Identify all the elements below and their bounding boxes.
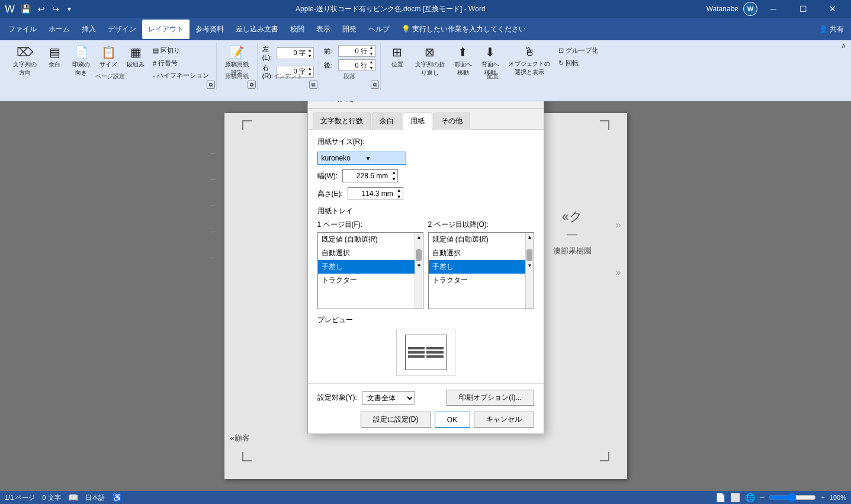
tray-col1-scroll-down[interactable]: ▼ bbox=[415, 261, 423, 269]
ribbon-btn-position[interactable]: ⊞ 位置 bbox=[386, 43, 409, 71]
web-layout-icon[interactable]: 🌐 bbox=[745, 493, 755, 502]
spell-check-icon[interactable]: 📖 bbox=[68, 493, 78, 502]
user-avatar[interactable]: W bbox=[743, 2, 757, 16]
width-down-arrow[interactable]: ▼ bbox=[390, 176, 397, 182]
menu-layout[interactable]: レイアウト bbox=[142, 20, 190, 39]
tray-col2-item-0[interactable]: 既定値 (自動選択) bbox=[429, 233, 534, 246]
dialog-close-btn[interactable]: ✕ bbox=[529, 101, 537, 104]
menu-view[interactable]: 表示 bbox=[310, 20, 336, 39]
read-mode-icon[interactable]: 📄 bbox=[715, 493, 725, 502]
ribbon-btn-columns[interactable]: ▦ 段組み bbox=[123, 43, 148, 71]
ribbon-expand-manuscript[interactable]: ⧉ bbox=[248, 81, 256, 89]
menu-search[interactable]: 💡 実行したい作業を入力してください bbox=[396, 20, 532, 39]
width-spinbox[interactable]: ▲ ▼ bbox=[342, 169, 398, 182]
menu-home[interactable]: ホーム bbox=[43, 20, 76, 39]
ribbon-btn-breaks[interactable]: ▤ 区切り bbox=[150, 45, 211, 56]
apply-btn[interactable]: 設定に設定(D) bbox=[361, 412, 431, 428]
tray-col1-item-0[interactable]: 既定値 (自動選択) bbox=[318, 233, 423, 246]
tray-col1-scroll-thumb[interactable] bbox=[416, 249, 422, 261]
close-btn[interactable]: ✕ bbox=[819, 0, 846, 18]
ribbon-btn-wrap-text[interactable]: ⊠ 文字列の折 り返し bbox=[412, 43, 448, 79]
ribbon-collapse-btn[interactable]: ∧ bbox=[841, 41, 846, 50]
print-layout-icon[interactable]: ⬜ bbox=[730, 493, 740, 502]
restore-btn[interactable]: ☐ bbox=[789, 0, 817, 18]
spacing-before-down-arrow[interactable]: ▼ bbox=[368, 51, 375, 57]
menu-help[interactable]: ヘルプ bbox=[362, 20, 396, 39]
ribbon-btn-group[interactable]: ⊡ グループ化 bbox=[556, 45, 600, 56]
ribbon-expand-indent[interactable]: ⧉ bbox=[309, 81, 317, 89]
ribbon-btn-bring-forward[interactable]: ⬆ 前面へ 移動 bbox=[451, 43, 476, 79]
setting-target-select-input[interactable]: 文書全体 bbox=[362, 393, 415, 403]
tray-col2-item-3[interactable]: トラクター bbox=[429, 274, 534, 287]
spacing-before-input[interactable] bbox=[339, 47, 368, 54]
spacing-after-spinbox[interactable]: ▲ ▼ bbox=[338, 59, 375, 71]
zoom-slider[interactable] bbox=[769, 493, 816, 502]
ribbon-btn-margin[interactable]: ▤ 余白 bbox=[43, 43, 66, 71]
spacing-after-up-arrow[interactable]: ▲ bbox=[368, 59, 375, 65]
dialog-help-btn[interactable]: ? bbox=[517, 101, 522, 103]
indent-left-down-arrow[interactable]: ▼ bbox=[307, 53, 313, 59]
tray-col1-listbox[interactable]: 既定値 (自動選択) 自動選択 手差し トラクター ▲ ▼ bbox=[317, 232, 423, 309]
cancel-btn[interactable]: キャンセル bbox=[474, 412, 534, 428]
print-options-btn[interactable]: 印刷オプション(I)... bbox=[447, 390, 534, 406]
tray-col1-scrollbar[interactable]: ▲ ▼ bbox=[415, 233, 423, 309]
spacing-after-input[interactable] bbox=[339, 62, 368, 69]
ribbon-btn-size[interactable]: 📋 サイズ bbox=[96, 43, 121, 71]
paper-size-dropdown[interactable]: kuroneko ▼ bbox=[317, 152, 406, 165]
height-down-arrow[interactable]: ▼ bbox=[396, 194, 403, 200]
undo-quickaccess-btn[interactable]: ↩ bbox=[36, 3, 47, 15]
tab-margin[interactable]: 余白 bbox=[372, 113, 402, 130]
menu-references[interactable]: 参考資料 bbox=[190, 20, 230, 39]
tray-col1-scroll-up[interactable]: ▲ bbox=[415, 233, 423, 241]
tray-col2-scroll-up[interactable]: ▲ bbox=[526, 233, 534, 241]
redo-quickaccess-btn[interactable]: ↪ bbox=[50, 3, 62, 15]
zoom-in-btn[interactable]: + bbox=[821, 494, 824, 501]
ribbon-btn-line-numbers[interactable]: # 行番号 bbox=[150, 57, 211, 69]
tab-character-count[interactable]: 文字数と行数 bbox=[313, 113, 371, 130]
width-up-arrow[interactable]: ▲ bbox=[390, 169, 397, 176]
height-up-arrow[interactable]: ▲ bbox=[396, 187, 403, 194]
minimize-btn[interactable]: ─ bbox=[760, 0, 787, 18]
tray-col2-listbox[interactable]: 既定値 (自動選択) 自動選択 手差し トラクター ▲ ▼ bbox=[428, 232, 534, 309]
tray-col1-item-1[interactable]: 自動選択 bbox=[318, 246, 423, 260]
tray-col2-item-1[interactable]: 自動選択 bbox=[429, 246, 534, 260]
menu-design[interactable]: デザイン bbox=[102, 20, 142, 39]
indent-right-down-arrow[interactable]: ▼ bbox=[307, 72, 313, 78]
share-button[interactable]: 👤 共有 bbox=[814, 22, 849, 37]
height-input[interactable] bbox=[348, 190, 396, 198]
save-quickaccess-btn[interactable]: 💾 bbox=[18, 3, 33, 15]
spacing-before-spinbox[interactable]: ▲ ▼ bbox=[338, 45, 375, 57]
tray-col2-item-2[interactable]: 手差し bbox=[429, 260, 534, 274]
ribbon-expand-spacing[interactable]: ⧉ bbox=[371, 81, 379, 89]
tray-col1-item-2[interactable]: 手差し bbox=[318, 260, 423, 274]
height-spinbox[interactable]: ▲ ▼ bbox=[348, 187, 403, 200]
ribbon-btn-rotate[interactable]: ↻ 回転 bbox=[556, 57, 600, 69]
menu-mailings[interactable]: 差し込み文書 bbox=[230, 20, 284, 39]
menu-file[interactable]: ファイル bbox=[2, 20, 43, 39]
accessibility-icon[interactable]: ♿ bbox=[112, 493, 122, 502]
indent-left-input[interactable] bbox=[277, 50, 307, 57]
ribbon-btn-orientation[interactable]: 📄 印刷の 向き bbox=[69, 43, 94, 79]
tray-col1-item-3[interactable]: トラクター bbox=[318, 274, 423, 287]
menu-developer[interactable]: 開発 bbox=[336, 20, 362, 39]
indent-left-spinbox[interactable]: ▲ ▼ bbox=[277, 47, 314, 59]
ribbon-btn-text-direction[interactable]: ⌦ 文字列の 方向 bbox=[9, 43, 40, 79]
tray-col2-scroll-down[interactable]: ▼ bbox=[526, 261, 534, 269]
indent-left-up-arrow[interactable]: ▲ bbox=[307, 47, 313, 53]
setting-target-select[interactable]: 文書全体 bbox=[362, 391, 415, 405]
menu-review[interactable]: 校閲 bbox=[284, 20, 310, 39]
ribbon-btn-hyphenation[interactable]: - ハイフネーション bbox=[150, 70, 211, 81]
width-input[interactable] bbox=[343, 172, 390, 180]
spacing-before-up-arrow[interactable]: ▲ bbox=[368, 45, 375, 51]
tab-paper[interactable]: 用紙 bbox=[403, 113, 432, 130]
spacing-after-down-arrow[interactable]: ▼ bbox=[368, 65, 375, 71]
menu-insert[interactable]: 挿入 bbox=[76, 20, 102, 39]
ribbon-btn-selection-pane[interactable]: 🖱 オブジェクトの 選択と表示 bbox=[505, 43, 554, 79]
tab-other[interactable]: その他 bbox=[433, 113, 470, 130]
tray-col2-scrollbar[interactable]: ▲ ▼ bbox=[525, 233, 534, 309]
indent-right-up-arrow[interactable]: ▲ bbox=[307, 66, 313, 72]
ok-btn[interactable]: OK bbox=[435, 412, 470, 428]
zoom-out-btn[interactable]: ─ bbox=[760, 494, 765, 501]
customize-quickaccess-btn[interactable]: ▼ bbox=[64, 5, 75, 14]
tray-col2-scroll-thumb[interactable] bbox=[526, 249, 532, 261]
